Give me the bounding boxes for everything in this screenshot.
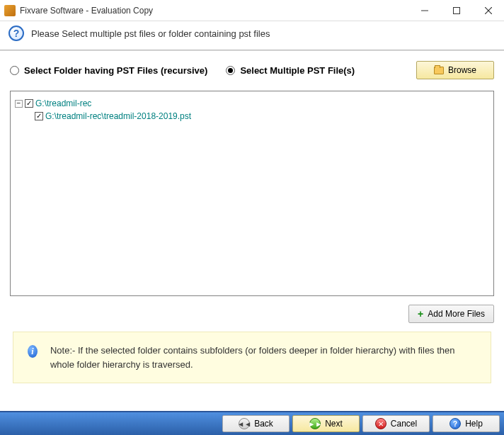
browse-button[interactable]: Browse bbox=[416, 61, 494, 79]
note-box: i Note:- If the selected folder contains… bbox=[13, 332, 491, 383]
next-button[interactable]: ►► Next bbox=[292, 415, 360, 432]
radio-icon bbox=[10, 66, 19, 75]
app-icon bbox=[4, 5, 16, 16]
maximize-icon bbox=[453, 7, 460, 14]
back-button[interactable]: ◄◄ Back bbox=[222, 415, 290, 432]
expand-toggle[interactable]: − bbox=[15, 100, 23, 108]
file-tree-panel[interactable]: − ✓ G:\treadmil-rec ✓ G:\treadmil-rec\tr… bbox=[10, 91, 494, 296]
checkbox[interactable]: ✓ bbox=[35, 112, 43, 120]
close-icon bbox=[485, 7, 492, 14]
button-label: Add More Files bbox=[428, 309, 485, 319]
add-more-files-button[interactable]: + Add More Files bbox=[408, 305, 494, 323]
window-controls bbox=[408, 1, 504, 21]
info-icon: i bbox=[28, 345, 38, 358]
cancel-icon: ✕ bbox=[375, 418, 386, 429]
note-text: Note:- If the selected folder contains s… bbox=[50, 344, 476, 371]
instruction-header: ? Please Select multiple pst files or fo… bbox=[0, 21, 504, 50]
next-icon: ►► bbox=[309, 418, 321, 429]
button-label: Browse bbox=[448, 65, 476, 75]
radio-icon bbox=[226, 66, 235, 75]
help-button[interactable]: ? Help bbox=[433, 415, 500, 432]
tree-child-item[interactable]: ✓ G:\treadmil-rec\treadmil-2018-2019.pst bbox=[35, 110, 489, 123]
button-label: Cancel bbox=[391, 419, 417, 429]
minimize-button[interactable] bbox=[408, 1, 440, 21]
svg-rect-1 bbox=[453, 7, 459, 13]
button-label: Back bbox=[254, 419, 273, 429]
window-title: Fixvare Software - Evaluation Copy bbox=[20, 6, 408, 16]
option-select-folder[interactable]: Select Folder having PST Files (recursiv… bbox=[10, 65, 207, 76]
question-icon: ? bbox=[8, 26, 24, 41]
checkbox[interactable]: ✓ bbox=[25, 99, 33, 108]
wizard-footer: ◄◄ Back ►► Next ✕ Cancel ? Help bbox=[0, 411, 504, 435]
tree-root-item[interactable]: − ✓ G:\treadmil-rec bbox=[15, 97, 489, 110]
selection-mode-row: Select Folder having PST Files (recursiv… bbox=[10, 61, 494, 79]
option-label: Select Folder having PST Files (recursiv… bbox=[24, 65, 207, 76]
tree-item-label: G:\treadmil-rec bbox=[35, 98, 91, 108]
button-label: Next bbox=[325, 419, 343, 429]
option-select-multiple[interactable]: Select Multiple PST File(s) bbox=[226, 65, 355, 76]
plus-icon: + bbox=[418, 308, 423, 320]
button-label: Help bbox=[465, 419, 483, 429]
titlebar: Fixvare Software - Evaluation Copy bbox=[0, 0, 504, 21]
minimize-icon bbox=[421, 7, 428, 14]
tree-item-label: G:\treadmil-rec\treadmil-2018-2019.pst bbox=[45, 111, 191, 121]
add-files-row: + Add More Files bbox=[10, 305, 494, 323]
folder-icon bbox=[434, 67, 444, 74]
cancel-button[interactable]: ✕ Cancel bbox=[362, 415, 430, 432]
instruction-text: Please Select multiple pst files or fold… bbox=[31, 28, 270, 39]
header-divider bbox=[0, 50, 504, 51]
close-button[interactable] bbox=[472, 1, 504, 21]
help-icon: ? bbox=[449, 418, 461, 429]
option-label: Select Multiple PST File(s) bbox=[240, 65, 355, 76]
maximize-button[interactable] bbox=[440, 1, 472, 21]
back-icon: ◄◄ bbox=[239, 418, 250, 429]
